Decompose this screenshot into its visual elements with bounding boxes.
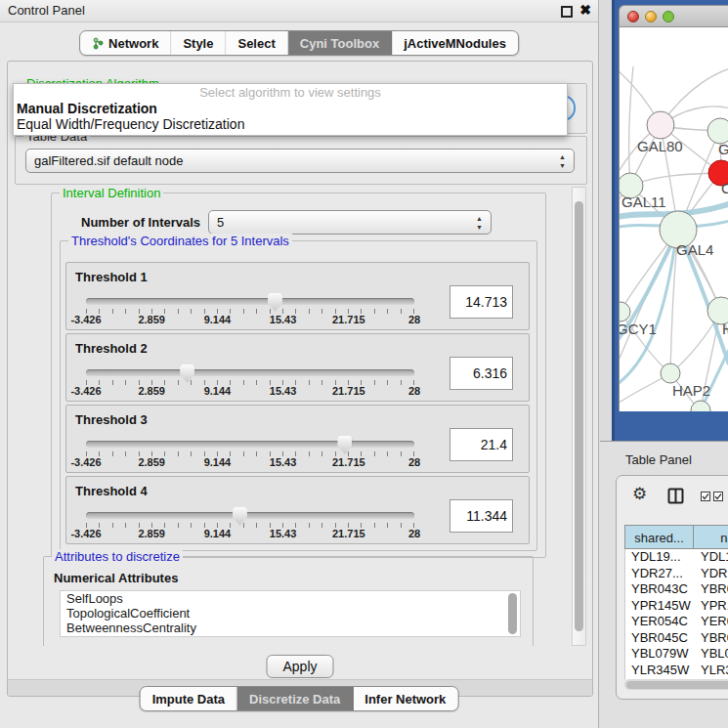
scrollbar-thumb[interactable] (575, 201, 583, 631)
threshold-1-slider[interactable]: -3.426 2.859 9.144 15.43 21.715 28 (86, 296, 414, 321)
tick-label: 21.715 (332, 528, 365, 539)
cell[interactable]: YLR345W (625, 663, 695, 679)
table-row[interactable]: YER054CYER0 (625, 614, 728, 630)
cell[interactable]: YDL19... (625, 549, 695, 566)
scrollbar-thumb[interactable] (626, 681, 728, 689)
table-horizontal-scrollbar[interactable] (624, 679, 728, 690)
column-header-shared-name[interactable]: shared... (624, 525, 694, 549)
threshold-3-value-field[interactable]: 21.4 (450, 428, 513, 461)
list-item[interactable]: SelfLoops (61, 591, 520, 606)
node-gal80[interactable] (647, 111, 674, 139)
tick-label: 21.715 (332, 314, 365, 325)
settings-vertical-scrollbar[interactable] (572, 187, 586, 646)
tab-infer-network[interactable]: Infer Network (353, 687, 457, 710)
tick-label: 15.43 (270, 456, 297, 468)
thresholds-group: Threshold's Coordinates for 5 Intervals … (60, 240, 537, 551)
slider-track[interactable] (86, 369, 414, 376)
cell[interactable]: YBR043C (625, 581, 695, 598)
columns-icon[interactable] (667, 488, 684, 504)
node-partial-bottom[interactable] (691, 401, 710, 411)
tab-network[interactable]: Network (80, 31, 171, 55)
mac-zoom-button[interactable] (663, 11, 674, 22)
tab-style[interactable]: Style (171, 31, 226, 55)
mac-close-button[interactable] (627, 11, 639, 22)
cell[interactable]: YPR145W (625, 598, 695, 615)
cell[interactable]: YBL079W (625, 646, 695, 663)
cell[interactable]: YER0 (695, 614, 728, 630)
table-row[interactable]: YLR345WYLR3 (625, 663, 728, 679)
slider-track[interactable] (86, 441, 414, 448)
tick-label: 15.43 (270, 314, 297, 325)
cell[interactable]: YDR27... (625, 566, 695, 582)
slider-track[interactable] (86, 512, 414, 519)
table-row[interactable]: YBR045CYBR0 (625, 630, 728, 647)
cell[interactable]: YBR0 (695, 630, 728, 647)
table-row[interactable]: YBL079WYBL0 (625, 646, 728, 663)
table-body: YDL19...YDL1 YDR27...YDR2 YBR043CYBR0 YP… (624, 549, 728, 679)
threshold-2-value-field[interactable]: 6.316 (450, 357, 513, 390)
threshold-3-panel: Threshold 3 -3.426 2.859 9.144 15.43 21.… (65, 405, 530, 473)
attributes-group: Attributes to discretize Numerical Attri… (43, 556, 534, 646)
threshold-4-slider[interactable]: -3.426 2.859 9.144 15.43 21.715 28 (86, 510, 414, 535)
slider-track[interactable] (86, 298, 414, 305)
table-panel-body: ⚙ shared... na YDL19...YDL1 YDR27...YDR2 (616, 475, 728, 700)
tab-discretize-data[interactable]: Discretize Data (237, 687, 353, 710)
threshold-1-panel: Threshold 1 -3.426 2.859 9.144 15.43 21.… (65, 262, 530, 330)
threshold-4-value-field[interactable]: 11.344 (450, 499, 513, 533)
network-edge[interactable] (630, 173, 721, 186)
cell[interactable]: YBR045C (625, 630, 695, 647)
table-row[interactable]: YBR043CYBR0 (625, 581, 728, 598)
apply-button[interactable]: Apply (266, 655, 333, 678)
table-data-group: Table Data galFiltered.sif default node … (15, 136, 587, 185)
gear-icon[interactable]: ⚙ (632, 484, 647, 503)
network-view-canvas[interactable]: GAL80 G C GAL11 GAL4 GCY1 H HAP2 (619, 27, 728, 411)
tab-infer-network-label: Infer Network (364, 692, 446, 707)
cell[interactable]: YPR1 (695, 598, 728, 615)
network-window-titlebar[interactable] (619, 5, 728, 27)
threshold-4-label: Threshold 4 (75, 484, 148, 498)
node-label-partial-g: G (718, 141, 728, 157)
node-label-gal11: GAL11 (621, 193, 666, 210)
mac-minimize-button[interactable] (645, 11, 657, 22)
table-row[interactable]: YPR145WYPR1 (625, 598, 728, 615)
tab-cyni-toolbox[interactable]: Cyni Toolbox (288, 31, 392, 55)
node-gcy1[interactable] (620, 302, 630, 321)
column-header-name[interactable]: na (694, 525, 728, 549)
tick-label: 28 (408, 314, 420, 325)
list-item[interactable]: TopologicalCoefficient (61, 606, 520, 621)
table-row[interactable]: YDR27...YDR2 (625, 566, 728, 582)
list-item[interactable]: BetweennessCentrality (61, 621, 520, 635)
threshold-3-slider[interactable]: -3.426 2.859 9.144 15.43 21.715 28 (86, 439, 414, 464)
threshold-1-value-field[interactable]: 14.713 (450, 285, 513, 319)
number-of-intervals-combobox[interactable]: 5 ▲▼ (208, 210, 492, 235)
tick-label: 2.859 (138, 528, 165, 539)
cell[interactable]: YER054C (625, 614, 695, 630)
cell[interactable]: YBL0 (695, 646, 728, 663)
cell[interactable]: YBR0 (695, 581, 728, 598)
algorithm-placeholder-option[interactable]: Select algorithm to view settings (14, 84, 567, 101)
checked-box-icon (701, 492, 710, 501)
checkbox-icons[interactable] (701, 492, 723, 501)
tick-label: 15.43 (270, 528, 297, 539)
node-hap2[interactable] (661, 364, 680, 383)
checked-box-icon (713, 492, 723, 501)
float-window-icon[interactable] (561, 6, 573, 18)
algorithm-option-equal-width[interactable]: Equal Width/Frequency Discretization (14, 116, 567, 132)
table-row[interactable]: YDL19...YDL1 (625, 549, 728, 566)
interval-definition-group: Interval Definition Number of Intervals … (51, 193, 546, 558)
cell[interactable]: YDL1 (695, 549, 728, 566)
cell[interactable]: YLR3 (695, 663, 728, 679)
cell[interactable]: YDR2 (695, 566, 728, 582)
table-panel-section: Table Panel ⚙ shared... na YDL19...YDL1 (600, 441, 728, 728)
close-window-icon[interactable]: ✖ (579, 2, 591, 18)
node-label-gal80: GAL80 (637, 138, 683, 154)
node-label-partial-c: C (721, 180, 728, 196)
threshold-2-slider[interactable]: -3.426 2.859 9.144 15.43 21.715 28 (86, 367, 414, 393)
slider-tick-labels: -3.426 2.859 9.144 15.43 21.715 28 (86, 385, 414, 397)
tab-jactivemnodules[interactable]: jActiveMNodules (392, 31, 518, 55)
tab-impute-data[interactable]: Impute Data (141, 687, 237, 710)
table-data-combobox[interactable]: galFiltered.sif default node ▲▼ (25, 149, 575, 173)
tab-select[interactable]: Select (226, 31, 287, 55)
algorithm-option-manual[interactable]: Manual Discretization (14, 101, 567, 116)
list-scrollbar[interactable] (508, 593, 517, 634)
